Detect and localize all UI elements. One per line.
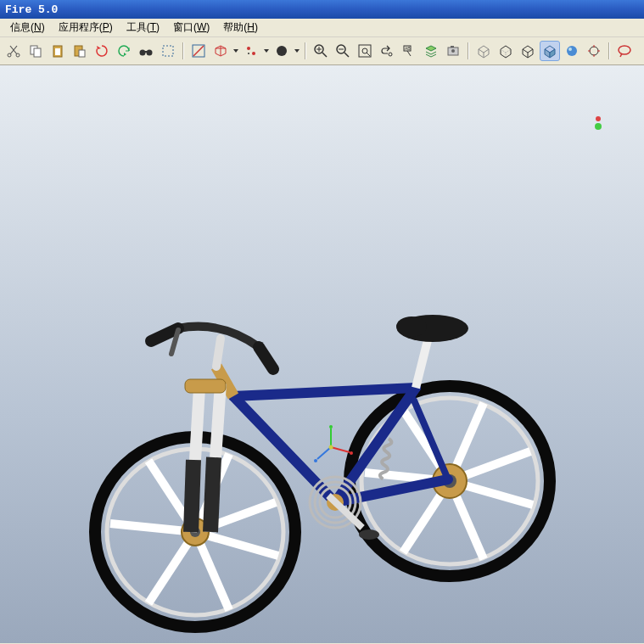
annotate-icon: AB (401, 43, 417, 59)
svg-point-49 (314, 459, 317, 462)
status-indicator (595, 116, 602, 130)
fit-window-button[interactable] (355, 41, 375, 61)
wireframe-icon (476, 43, 491, 59)
hidden-line-button[interactable] (496, 41, 516, 61)
coord-sys-icon (274, 43, 289, 59)
coord-dropdown[interactable] (294, 49, 300, 53)
point-display-icon (244, 43, 259, 59)
toolbar-group-display (473, 41, 609, 61)
zoom-in-icon (313, 43, 328, 59)
svg-rect-5 (55, 48, 60, 55)
toolbar: AB (0, 37, 644, 65)
viewport-3d[interactable] (0, 65, 644, 643)
toolbar-group-edit (3, 41, 183, 61)
svg-point-21 (389, 53, 392, 56)
svg-point-16 (277, 46, 287, 56)
axis-display-icon (191, 43, 206, 59)
svg-point-13 (247, 47, 250, 50)
svg-point-40 (396, 316, 427, 337)
datum-plane-icon (213, 43, 228, 59)
point-display-button[interactable] (241, 41, 261, 61)
svg-point-27 (567, 46, 577, 56)
app-title: Fire 5.0 (5, 3, 58, 16)
svg-point-0 (8, 53, 11, 57)
layers-button[interactable] (421, 41, 441, 61)
shaded-edges-icon (542, 43, 557, 59)
regenerate-icon (94, 43, 109, 59)
zoom-out-button[interactable] (333, 41, 353, 61)
shaded-edges-button[interactable] (540, 41, 560, 61)
toolbar-group-datum (188, 41, 305, 61)
view-orient-button[interactable] (584, 41, 604, 61)
paste-icon (50, 43, 65, 59)
svg-point-47 (329, 425, 333, 428)
title-bar: Fire 5.0 (0, 0, 644, 19)
menu-bar: 信息(N) 应用程序(P) 工具(T) 窗口(W) 帮助(H) (0, 19, 644, 37)
menu-window[interactable]: 窗口(W) (166, 19, 216, 36)
coord-sys-button[interactable] (272, 41, 292, 61)
camera-icon (445, 43, 461, 59)
svg-point-28 (568, 48, 572, 51)
view-orient-icon (586, 43, 602, 59)
toolbar-group-view: AB (311, 41, 468, 61)
regenerate-button[interactable] (92, 41, 112, 61)
undo-button[interactable] (114, 41, 134, 61)
hidden-line-icon (498, 43, 513, 59)
svg-point-48 (350, 451, 353, 455)
shaded-icon (564, 43, 580, 59)
redraw-button[interactable] (377, 41, 397, 61)
select-icon (160, 43, 176, 59)
paste-special-icon (72, 43, 87, 59)
svg-point-15 (248, 53, 249, 54)
svg-point-50 (329, 445, 333, 450)
paste-special-button[interactable] (70, 41, 90, 61)
annotate2-icon (617, 43, 632, 59)
svg-point-25 (451, 49, 455, 53)
point-dropdown[interactable] (263, 49, 270, 53)
svg-point-29 (590, 47, 598, 55)
paste-button[interactable] (48, 41, 68, 61)
cut-button[interactable] (3, 41, 24, 61)
svg-point-30 (619, 46, 630, 54)
svg-rect-46 (185, 379, 226, 393)
svg-rect-7 (79, 50, 85, 57)
svg-rect-26 (451, 46, 454, 48)
image-button[interactable] (443, 41, 463, 61)
undo-icon (116, 43, 132, 59)
datum-dropdown[interactable] (232, 49, 239, 53)
svg-rect-3 (34, 48, 41, 57)
svg-rect-10 (144, 51, 148, 53)
binoculars-icon (138, 43, 154, 59)
menu-help[interactable]: 帮助(H) (216, 19, 265, 36)
toolbar-group-misc (614, 41, 640, 61)
fit-window-icon (357, 43, 372, 59)
datum-plane-button[interactable] (210, 41, 231, 61)
svg-point-45 (359, 529, 379, 540)
svg-point-14 (252, 52, 255, 55)
menu-app[interactable]: 应用程序(P) (52, 19, 120, 36)
svg-text:AB: AB (405, 46, 411, 51)
bicycle-model (51, 277, 594, 634)
redraw-icon (379, 43, 395, 59)
axis-display-button[interactable] (188, 41, 209, 61)
layers-icon (423, 43, 439, 59)
copy-icon (28, 43, 43, 59)
select-button[interactable] (158, 41, 178, 61)
copy-button[interactable] (25, 41, 46, 61)
find-button[interactable] (136, 41, 156, 61)
annotate2-button[interactable] (614, 41, 635, 61)
cut-icon (6, 43, 21, 59)
no-hidden-icon (520, 43, 535, 59)
menu-tools[interactable]: 工具(T) (120, 19, 166, 36)
no-hidden-button[interactable] (518, 41, 538, 61)
status-light-red (596, 116, 601, 121)
status-light-green (595, 123, 602, 130)
annotate-button[interactable]: AB (399, 41, 419, 61)
svg-rect-11 (163, 46, 173, 56)
zoom-in-button[interactable] (311, 41, 331, 61)
zoom-out-icon (335, 43, 350, 59)
wireframe-button[interactable] (473, 41, 494, 61)
menu-info[interactable]: 信息(N) (3, 19, 52, 36)
shaded-button[interactable] (562, 41, 582, 61)
svg-point-1 (16, 53, 20, 57)
